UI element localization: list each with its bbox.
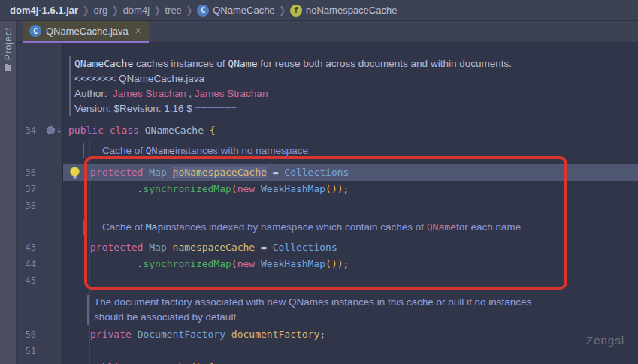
code-line: 34↓public class QNameCache { xyxy=(17,122,638,139)
code-token: synchronizedMap xyxy=(143,258,231,269)
doc-text[interactable]: should be associated by default xyxy=(63,310,638,325)
breadcrumb-label: dom4j xyxy=(123,5,150,16)
code-token: should be associated by default xyxy=(94,311,236,323)
doc-text[interactable]: QNameCache caches instances of QName for… xyxy=(63,56,638,71)
chevron-right-icon: ❯ xyxy=(186,5,192,15)
project-stripe-label[interactable]: Project xyxy=(3,27,14,60)
line-number[interactable]: 52 xyxy=(17,359,36,364)
gutter-cell[interactable]: 38 xyxy=(17,197,63,214)
gutter-cell[interactable]: 36 xyxy=(17,164,63,181)
code-token: WeakHashMap xyxy=(261,258,325,269)
code-token: protected xyxy=(90,167,149,178)
code-token: instances indexed by namespace which con… xyxy=(163,221,426,233)
code-token: public class xyxy=(68,125,145,136)
code-token: Cache of xyxy=(102,145,146,156)
gutter-cell[interactable] xyxy=(17,143,63,158)
code-token: ; xyxy=(343,183,349,194)
code-line: 37 .synchronizedMap(new WeakHashMap()); xyxy=(17,181,638,197)
gutter-cell[interactable] xyxy=(17,220,63,235)
code-text[interactable] xyxy=(63,343,638,359)
code-token: WeakHashMap xyxy=(261,183,325,194)
line-number[interactable]: 38 xyxy=(17,197,36,214)
gutter-cell[interactable]: 52 xyxy=(17,359,63,364)
code-token: ()) xyxy=(325,183,343,194)
code-token: ( xyxy=(231,258,237,269)
chevron-right-icon: ❯ xyxy=(83,5,89,15)
gutter-cell[interactable]: 34↓ xyxy=(17,122,63,139)
doc-text[interactable]: Cache of QNameinstances with no namespac… xyxy=(63,143,638,158)
doc-text[interactable]: Cache of Mapinstances indexed by namespa… xyxy=(63,220,638,235)
code-text[interactable]: public QNameCache() { xyxy=(63,359,638,364)
line-number[interactable]: 44 xyxy=(17,256,36,272)
breadcrumb-label: noNamespaceCache xyxy=(306,5,397,16)
line-number[interactable]: 43 xyxy=(17,239,36,256)
code-line: 43protected Map namespaceCache = Collect… xyxy=(17,239,638,256)
code-text[interactable]: protected Map noNamespaceCache = Collect… xyxy=(63,164,638,181)
code-token: Cache of xyxy=(102,221,146,233)
code-text[interactable]: private DocumentFactory documentFactory; xyxy=(63,326,638,343)
code-token: for reuse both across documents and with… xyxy=(258,58,512,69)
gutter-cell[interactable]: 37 xyxy=(17,181,63,197)
gutter-cell[interactable] xyxy=(17,86,63,101)
gutter-cell[interactable]: 50 xyxy=(17,326,63,343)
code-line: 45 xyxy=(17,272,638,289)
code-token: Map xyxy=(149,167,172,178)
line-number[interactable]: 45 xyxy=(17,272,36,289)
line-number[interactable]: 37 xyxy=(17,181,36,197)
code-token: ; xyxy=(343,258,349,269)
code-token: Version: $Revision: 1.16 $ xyxy=(74,103,195,114)
intention-bulb-icon[interactable] xyxy=(70,167,80,176)
code-text[interactable]: protected Map namespaceCache = Collectio… xyxy=(63,239,638,256)
gutter-cell[interactable] xyxy=(17,71,63,86)
project-tool-stripe[interactable]: Project xyxy=(0,21,17,364)
line-number[interactable]: 34 xyxy=(17,122,36,139)
code-token: caches instances of xyxy=(133,58,228,69)
overridden-marker-icon[interactable]: ↓ xyxy=(47,126,62,134)
code-token: James Strachan xyxy=(113,88,186,99)
breadcrumb-label: tree xyxy=(165,5,181,16)
code-text[interactable]: .synchronizedMap(new WeakHashMap()); xyxy=(63,256,638,272)
tab-qnamecache-java[interactable]: C QNameCache.java ✕ xyxy=(23,21,149,43)
watermark: Zengsl xyxy=(586,334,624,347)
gutter-cell[interactable]: 43 xyxy=(17,239,63,256)
class-icon: C xyxy=(29,25,41,37)
gutter-cell[interactable]: 51 xyxy=(17,343,63,359)
breadcrumb-item-dom4j[interactable]: dom4j xyxy=(121,5,152,16)
line-number[interactable]: 50 xyxy=(17,326,36,343)
breadcrumb-item-nonamespacecache[interactable]: fnoNamespaceCache xyxy=(288,5,399,17)
doc-text[interactable]: Author: James Strachan , James Strachan xyxy=(63,86,638,101)
breadcrumb-item-org[interactable]: org xyxy=(91,5,110,16)
line-number[interactable]: 36 xyxy=(17,164,36,181)
code-token: . xyxy=(90,183,143,194)
code-token: private xyxy=(90,329,138,340)
chevron-right-icon: ❯ xyxy=(112,5,118,15)
breadcrumb-item-tree[interactable]: tree xyxy=(162,5,183,16)
doc-text[interactable]: Version: $Revision: 1.16 $ ======= xyxy=(63,101,638,116)
code-token: QNameCache xyxy=(74,58,133,69)
code-editor[interactable]: QNameCache caches instances of QName for… xyxy=(17,43,638,364)
code-token: for each name xyxy=(456,221,521,233)
doc-comment-line: Cache of QNameinstances with no namespac… xyxy=(17,143,638,158)
class-icon: C xyxy=(197,5,209,17)
code-token: DocumentFactory xyxy=(138,329,231,340)
breadcrumb-item-dom4j-1-6-1-jar[interactable]: dom4j-1.6.1.jar xyxy=(8,5,80,16)
code-token: = xyxy=(267,167,284,178)
code-text[interactable]: .synchronizedMap(new WeakHashMap()); xyxy=(63,181,638,197)
gutter-cell[interactable] xyxy=(17,310,63,325)
gutter-cell[interactable] xyxy=(17,295,63,310)
gutter-cell[interactable]: 45 xyxy=(17,272,63,289)
code-text[interactable]: public class QNameCache { xyxy=(63,122,638,139)
code-line: 38 xyxy=(17,197,638,214)
chevron-right-icon: ❯ xyxy=(154,5,160,15)
line-number[interactable]: 51 xyxy=(17,343,36,359)
code-token: synchronizedMap xyxy=(143,183,231,194)
breadcrumb-item-qnamecache[interactable]: CQNameCache xyxy=(195,5,277,17)
doc-text[interactable]: <<<<<<< QNameCache.java xyxy=(63,71,638,86)
code-text[interactable] xyxy=(63,272,638,289)
doc-text[interactable]: The document factory associated with new… xyxy=(63,295,638,310)
gutter-cell[interactable] xyxy=(17,101,63,116)
gutter-cell[interactable]: 44 xyxy=(17,256,63,272)
code-text[interactable] xyxy=(63,197,638,214)
close-icon[interactable]: ✕ xyxy=(135,26,142,36)
gutter-cell[interactable] xyxy=(17,56,63,71)
